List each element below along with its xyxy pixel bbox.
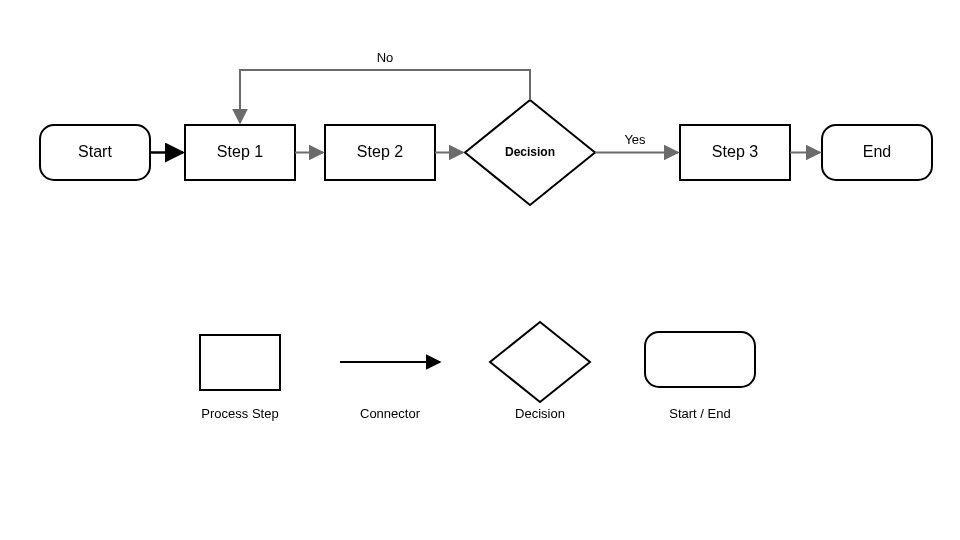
legend-decision-shape — [490, 322, 590, 402]
edge-decision-step3-label: Yes — [624, 132, 646, 147]
legend-process-shape — [200, 335, 280, 390]
node-end-label: End — [863, 143, 891, 160]
flowchart-diagram: Start Step 1 Step 2 Decision Step 3 End … — [0, 0, 960, 540]
legend-decision-label: Decision — [515, 406, 565, 421]
node-step3-label: Step 3 — [712, 143, 758, 160]
node-start-label: Start — [78, 143, 112, 160]
node-step1-label: Step 1 — [217, 143, 263, 160]
legend-connector-label: Connector — [360, 406, 421, 421]
legend-terminator-shape — [645, 332, 755, 387]
edge-decision-step1-label: No — [377, 50, 394, 65]
legend-process-label: Process Step — [201, 406, 278, 421]
node-step2-label: Step 2 — [357, 143, 403, 160]
legend-terminator-label: Start / End — [669, 406, 730, 421]
node-decision-label: Decision — [505, 145, 555, 159]
edge-decision-step1 — [240, 70, 530, 123]
